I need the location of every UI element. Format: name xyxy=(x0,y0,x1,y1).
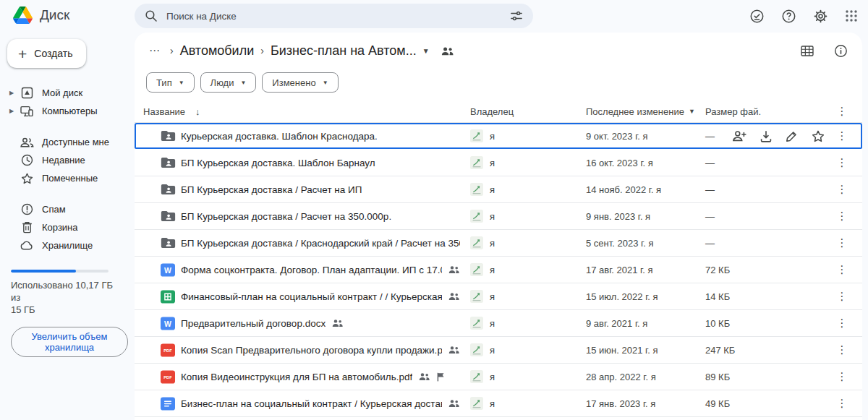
row-menu-button[interactable]: ⋮ xyxy=(833,343,851,356)
file-type-icon xyxy=(161,156,176,169)
modified-date: 28 апр. 2022 г. я xyxy=(586,372,705,382)
owner-avatar xyxy=(470,397,483,410)
row-menu-button[interactable]: ⋮ xyxy=(833,236,851,249)
star-icon[interactable] xyxy=(812,130,825,142)
sidebar-item-computers[interactable]: ▶ Компьютеры xyxy=(0,102,135,120)
table-row[interactable]: Финансовый-план на социальный контракт /… xyxy=(135,283,862,310)
offline-ready-icon[interactable] xyxy=(749,9,765,24)
sidebar-item-recent[interactable]: ▶ Недавние xyxy=(0,151,135,169)
row-menu-button[interactable]: ⋮ xyxy=(833,183,851,196)
owner-label: я xyxy=(490,318,495,329)
row-menu-button[interactable]: ⋮ xyxy=(833,317,851,330)
table-header-menu-button[interactable]: ⋮ xyxy=(833,105,851,118)
table-row[interactable]: PDF Копия Видеоинструкция для БП на авто… xyxy=(135,364,862,390)
owner-label: я xyxy=(490,131,495,142)
sidebar-item-trash[interactable]: ▶ Корзина xyxy=(0,218,135,236)
sidebar-group-system: ▶ Спам ▶ Корзина ▶ Хранилище xyxy=(0,200,135,254)
sidebar-item-starred[interactable]: ▶ Помеченные xyxy=(0,169,135,187)
table-row[interactable]: W Форма соцконтракта. Договор. План адап… xyxy=(135,257,862,283)
breadcrumb-item-current-folder[interactable]: Бизнес-план на Автом... xyxy=(271,43,417,59)
file-name: БП Курьерская доставка / Расчет на ИП xyxy=(181,184,362,195)
row-menu-button[interactable]: ⋮ xyxy=(833,263,851,276)
settings-icon[interactable] xyxy=(813,9,828,24)
sidebar-item-shared-with-me[interactable]: ▶ Доступные мне xyxy=(0,133,135,151)
svg-text:W: W xyxy=(164,320,171,327)
shared-people-icon xyxy=(448,265,460,274)
file-size: — xyxy=(705,158,715,168)
table-row[interactable]: БП Курьерская доставка / Расчет на 350.0… xyxy=(135,203,862,230)
flag-icon xyxy=(437,372,445,382)
modified-date: 15 июл. 2022 г. я xyxy=(586,291,705,302)
owner-avatar xyxy=(470,156,483,169)
column-header-modified[interactable]: Последнее изменение ▼ xyxy=(586,106,705,117)
owner-avatar xyxy=(470,210,483,223)
row-menu-button[interactable]: ⋮ xyxy=(833,129,851,142)
file-size: — xyxy=(705,184,715,195)
search-bar[interactable] xyxy=(135,4,533,28)
modified-date: 9 окт. 2023 г. я xyxy=(586,131,705,142)
download-icon[interactable] xyxy=(760,130,772,142)
share-person-add-icon[interactable] xyxy=(732,130,746,142)
trash-icon xyxy=(20,221,34,233)
table-row[interactable]: БП Курьерская доставка / Краснодарский к… xyxy=(135,230,862,257)
file-size: 89 КБ xyxy=(705,372,730,382)
table-row[interactable]: БП Курьерская доставка / Расчет на ИП я … xyxy=(135,176,862,203)
sort-ascending-icon: ↓ xyxy=(195,106,200,117)
drive-triangle-icon xyxy=(13,7,33,24)
column-header-name[interactable]: Название ↓ xyxy=(143,106,470,117)
modified-date: 15 июн. 2021 г. я xyxy=(586,345,705,356)
table-row[interactable]: W Предварительный договор.docx я 9 авг. … xyxy=(135,310,862,337)
svg-text:PDF: PDF xyxy=(163,348,172,353)
upgrade-storage-button[interactable]: Увеличить объем хранилища xyxy=(11,327,128,357)
breadcrumb-more-button[interactable]: ⋯ xyxy=(146,44,163,57)
owner-label: я xyxy=(490,265,495,275)
owner-avatar xyxy=(470,236,483,249)
expand-chevron-icon[interactable]: ▶ xyxy=(9,108,20,114)
apps-grid-icon[interactable] xyxy=(845,9,858,22)
file-name: Предварительный договор.docx xyxy=(181,318,326,329)
grid-view-icon[interactable] xyxy=(801,46,814,56)
modified-date: 14 нояб. 2022 г. я xyxy=(586,184,705,195)
file-type-icon: PDF xyxy=(161,370,176,384)
row-menu-button[interactable]: ⋮ xyxy=(833,210,851,223)
clock-icon xyxy=(20,154,34,166)
column-header-size[interactable]: Размер фай. xyxy=(705,106,833,117)
file-type-icon xyxy=(161,236,176,249)
sidebar-item-storage[interactable]: ▶ Хранилище xyxy=(0,236,135,254)
row-menu-button[interactable]: ⋮ xyxy=(833,397,851,410)
file-type-icon: PDF xyxy=(161,343,176,357)
computers-icon xyxy=(20,106,34,117)
row-menu-button[interactable]: ⋮ xyxy=(833,370,851,383)
file-size: — xyxy=(705,238,715,249)
file-size: — xyxy=(705,131,715,142)
table-row[interactable]: Курьерская доставка. Шаблон Краснодара. … xyxy=(135,123,862,150)
search-input[interactable] xyxy=(166,11,501,22)
expand-chevron-icon[interactable]: ▶ xyxy=(9,90,20,96)
breadcrumb: ⋯ › Автомобили › Бизнес-план на Автом...… xyxy=(135,33,862,66)
table-row[interactable]: Бизнес-план на социальный контракт / Кур… xyxy=(135,390,862,417)
storage-progress xyxy=(11,270,109,273)
sidebar-item-spam[interactable]: ▶ Спам xyxy=(0,200,135,218)
filter-chip-type[interactable]: Тип▼ xyxy=(146,72,195,93)
info-icon[interactable] xyxy=(834,44,848,58)
file-size: 49 КБ xyxy=(705,398,730,409)
chevron-down-icon[interactable]: ▼ xyxy=(422,47,430,55)
shared-people-icon xyxy=(448,292,460,301)
file-type-icon xyxy=(161,183,176,196)
filter-chip-modified[interactable]: Изменено▼ xyxy=(262,72,338,93)
breadcrumb-item-automobili[interactable]: Автомобили xyxy=(180,43,255,59)
help-icon[interactable] xyxy=(781,9,796,24)
filter-chip-people[interactable]: Люди▼ xyxy=(200,72,257,93)
sidebar-item-my-drive[interactable]: ▶ Мой диск xyxy=(0,84,135,102)
owner-label: я xyxy=(490,238,495,249)
search-options-icon[interactable] xyxy=(510,10,523,22)
create-button[interactable]: + Создать xyxy=(7,39,86,68)
owner-label: я xyxy=(490,372,495,382)
sidebar: + Создать ▶ Мой диск ▶ Компьютеры ▶ Дост… xyxy=(0,32,135,420)
table-row[interactable]: PDF Копия Scan Предварительного договора… xyxy=(135,337,862,364)
row-menu-button[interactable]: ⋮ xyxy=(833,290,851,303)
row-menu-button[interactable]: ⋮ xyxy=(833,156,851,169)
column-header-owner[interactable]: Владелец xyxy=(470,106,586,117)
rename-pencil-icon[interactable] xyxy=(786,130,798,142)
table-row[interactable]: БП Курьерская доставка. Шаблон Барнаул я… xyxy=(135,150,862,176)
